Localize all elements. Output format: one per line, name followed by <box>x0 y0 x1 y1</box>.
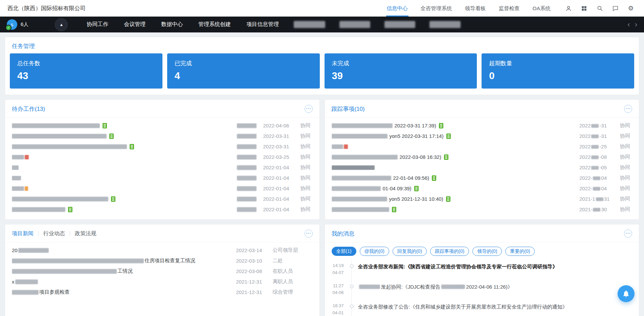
nav-prev-icon[interactable]: ‹ <box>627 21 630 28</box>
todo-row[interactable]: 2022-04-06 协同 <box>5 120 319 131</box>
more-icon[interactable]: ⋯ <box>624 229 632 238</box>
tracking-tag: 协同 <box>620 122 632 129</box>
tracking-row[interactable]: 2022-25 协同 <box>325 141 639 152</box>
todo-row[interactable]: 2022-03-25 协同 <box>5 152 319 162</box>
todo-list: 2022-04-06 协同 2022-03-31 协同 2022-03-31 协… <box>5 118 319 219</box>
search-icon[interactable] <box>596 5 603 12</box>
tab-industry-trends[interactable]: 行业动态 <box>43 230 65 237</box>
news-row[interactable]: 住房项目检查复工情况 2022-03-10 二处 <box>5 256 319 266</box>
tracking-row[interactable]: yon5 2021-12-31 10:40) 2021-131 协同 <box>325 194 639 204</box>
todo-date: 2022-01-04 <box>263 186 296 191</box>
redacted-menu-item[interactable] <box>384 21 415 28</box>
news-row[interactable]: 项目参观检查 2021-12-31 综合管理 <box>5 287 319 297</box>
redacted-date-part <box>591 135 599 138</box>
nav-next-icon[interactable]: › <box>635 21 637 28</box>
todo-row[interactable]: 2022-03-31 协同 <box>5 131 319 141</box>
stat-completed[interactable]: 已完成 4 <box>167 53 320 89</box>
todo-row[interactable]: 2022-01-04 协同 <box>5 173 319 183</box>
filter-tracked[interactable]: 跟踪事项的(0) <box>430 247 469 256</box>
screen: 西北（陕西）国际招标有限公司 信息中心 全咨管理系统 领导看板 监督检查 OA系… <box>0 0 644 316</box>
settings-gear-icon[interactable]: ⚙ <box>627 5 635 12</box>
nav-up-circle-icon[interactable]: ▲ <box>55 18 68 31</box>
apps-grid-icon[interactable] <box>580 5 588 12</box>
menu-collaboration[interactable]: 协同工作 <box>87 21 108 28</box>
filter-all[interactable]: 全部(1) <box>332 247 356 256</box>
more-icon[interactable]: ⋯ <box>305 105 313 113</box>
redacted-text <box>12 165 19 170</box>
messages-panel: 我的消息 ⋯ 全部(1) @我的(0) 回复我的(0) 跟踪事项的(0) 领导的… <box>325 224 640 316</box>
stat-overdue[interactable]: 超期数量 0 <box>482 53 634 89</box>
menu-project-info[interactable]: 项目信息管理 <box>246 21 279 28</box>
redacted-menu-item[interactable] <box>429 21 461 28</box>
message-time: 11:27 <box>325 283 344 290</box>
tracking-text: 2022-03-08 16:32) <box>400 154 441 160</box>
profile-icon[interactable] <box>565 5 572 12</box>
redacted-flag <box>25 155 29 160</box>
topnav-oa-system[interactable]: OA系统 <box>533 0 551 17</box>
tracking-row[interactable]: 2022-05 协同 <box>325 162 639 173</box>
todo-date: 2022-03-31 <box>263 144 296 149</box>
attachment-doc-icon <box>446 196 450 202</box>
stat-uncompleted[interactable]: 未完成 39 <box>325 53 477 89</box>
redacted-text <box>12 176 21 180</box>
redacted-person <box>237 155 257 160</box>
content: 任务管理 总任务数 43 已完成 4 未完成 39 超期数量 0 <box>0 32 644 316</box>
tracking-date: 2022-31 <box>579 123 615 128</box>
topnav-leader-board[interactable]: 领导看板 <box>465 0 486 17</box>
tracking-panel-title: 跟踪事项(10) <box>332 105 365 113</box>
more-icon[interactable]: ⋯ <box>624 105 632 113</box>
tracking-row[interactable]: 2021-30 协同 <box>325 204 639 215</box>
todo-row[interactable]: 2022-01-04 协同 <box>5 162 319 173</box>
menu-data-center[interactable]: 数据中心 <box>161 21 183 28</box>
menu-meetings[interactable]: 会议管理 <box>124 21 146 28</box>
menu-system-creation[interactable]: 管理系统创建 <box>198 21 231 28</box>
news-row[interactable]: 工情况 2022-03-08 在职人员 <box>5 266 319 276</box>
stat-total-tasks[interactable]: 总任务数 43 <box>10 53 162 89</box>
tracking-tag: 协同 <box>620 154 632 160</box>
main-nav-bar: s ✓ 6人 ▲ 协同工作 会议管理 数据中心 管理系统创建 项目信息管理 ‹ … <box>0 17 644 32</box>
tracking-row[interactable]: 2022-03-31 17:39) 2022-31 协同 <box>325 120 639 131</box>
chat-icon[interactable] <box>612 5 619 12</box>
topnav-supervision[interactable]: 监督检查 <box>499 0 520 17</box>
redacted-menu-item[interactable] <box>339 21 370 28</box>
todo-tag: 协同 <box>301 164 313 171</box>
news-row[interactable]: x 2021-12-31 离职人员 <box>5 276 319 287</box>
tracking-tag: 协同 <box>620 143 632 150</box>
task-panel: 任务管理 总任务数 43 已完成 4 未完成 39 超期数量 0 <box>5 37 639 95</box>
tab-project-news[interactable]: 项目新闻 <box>12 230 34 237</box>
todo-row[interactable]: 2022-01-04 协同 <box>5 183 319 194</box>
more-icon[interactable]: ⋯ <box>305 229 313 238</box>
tracking-row[interactable]: 2022-03-08 16:32) 2022-08 协同 <box>325 152 639 162</box>
news-row[interactable]: 20 2022-03-14 公司领导层 <box>5 245 319 256</box>
topnav-info-center[interactable]: 信息中心 <box>387 0 408 17</box>
attachment-doc-icon <box>68 207 72 212</box>
message-text: 发起协同:《JDJC检查报告2022-04-06 11:26)》 <box>358 283 632 297</box>
todo-row[interactable]: 2022-01-04 协同 <box>5 194 319 204</box>
message-item[interactable]: 16:37 04-01 全咨业务部修改了公告:《住房和城乡建设部关于开展房屋市政… <box>325 299 639 316</box>
todo-row[interactable]: 2022-03-31 协同 <box>5 141 319 152</box>
tab-policies[interactable]: 政策法规 <box>75 230 96 237</box>
redacted-menu-item[interactable] <box>294 21 325 28</box>
tracking-row[interactable]: 22-01-04 09:56) 2022-04 协同 <box>325 173 639 183</box>
filter-important[interactable]: 重要的(0) <box>505 247 535 256</box>
todo-row[interactable]: 2022-01-04 协同 <box>5 204 319 215</box>
stat-label: 已完成 <box>175 59 312 67</box>
topnav-consulting-system[interactable]: 全咨管理系统 <box>421 0 452 17</box>
redacted-text <box>332 186 381 191</box>
message-item[interactable]: 11:27 04-06 发起协同:《JDJC检查报告2022-04-06 11:… <box>325 279 639 300</box>
filter-at-me[interactable]: @我的(0) <box>360 247 389 256</box>
filter-leader[interactable]: 领导的(0) <box>472 247 502 256</box>
tracking-row[interactable]: yon5 2022-03-31 17:14) 2022-31 协同 <box>325 131 639 141</box>
redacted-text <box>332 134 387 139</box>
todo-tag: 协同 <box>301 133 313 139</box>
notification-bell-button[interactable] <box>618 285 635 302</box>
message-item[interactable]: 14:19 04-07 全咨业务部发布新闻:《陕西省建设工程造价管理协会领导及专… <box>325 259 639 279</box>
tracking-row[interactable]: 01-04 09:39) 2022-04 协同 <box>325 183 639 194</box>
redacted-person <box>237 123 257 128</box>
filter-replies[interactable]: 回复我的(0) <box>393 247 427 256</box>
avatar[interactable]: s ✓ <box>7 19 17 30</box>
news-date: 2021-12-31 <box>236 289 271 295</box>
message-text: 全咨业务部修改了公告:《住房和城乡建设部关于开展房屋市政工程安全生产治理行动的通… <box>358 302 632 316</box>
redacted-text <box>12 290 39 295</box>
redacted-text <box>332 155 398 160</box>
